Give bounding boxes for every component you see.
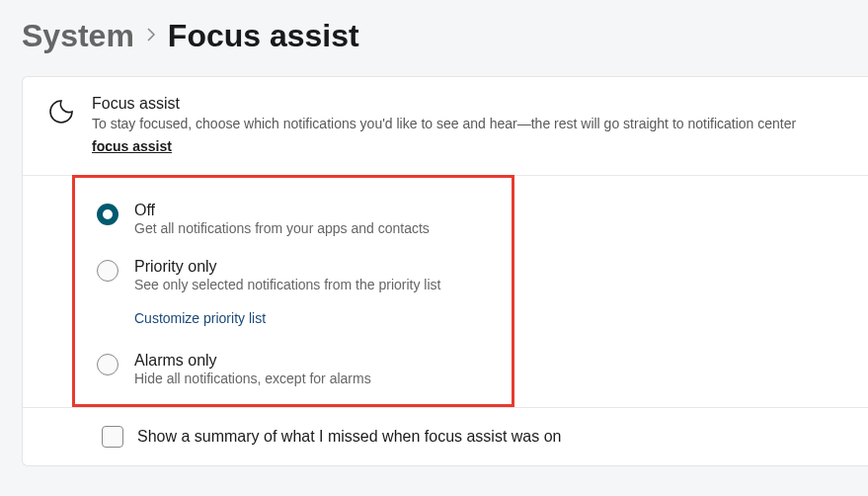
summary-checkbox[interactable] <box>102 426 123 448</box>
breadcrumb: System Focus assist <box>0 0 868 76</box>
card-header: Focus assist To stay focused, choose whi… <box>23 77 868 176</box>
summary-label: Show a summary of what I missed when foc… <box>137 428 562 446</box>
moon-icon <box>48 99 74 124</box>
radio-options-highlight: Off Get all notifications from your apps… <box>72 175 514 407</box>
radio-alarms[interactable] <box>97 354 118 375</box>
radio-alarms-title: Alarms only <box>134 352 371 370</box>
chevron-right-icon <box>146 26 156 46</box>
customize-priority-link[interactable]: Customize priority list <box>134 310 492 326</box>
card-header-text: Focus assist To stay focused, choose whi… <box>92 95 796 155</box>
breadcrumb-parent[interactable]: System <box>22 18 134 54</box>
radio-priority-desc: See only selected notifications from the… <box>134 277 440 292</box>
radio-option-off[interactable]: Off Get all notifications from your apps… <box>97 194 492 250</box>
page-title: Focus assist <box>168 18 359 54</box>
focus-assist-card: Focus assist To stay focused, choose whi… <box>22 76 868 466</box>
card-title: Focus assist <box>92 95 796 113</box>
radio-off-title: Off <box>134 202 430 219</box>
radio-option-alarms[interactable]: Alarms only Hide all notifications, exce… <box>97 344 492 386</box>
card-description: To stay focused, choose which notificati… <box>92 115 796 134</box>
radio-off-desc: Get all notifications from your apps and… <box>134 220 430 236</box>
focus-assist-link[interactable]: focus assist <box>92 138 172 154</box>
radio-off-text: Off Get all notifications from your apps… <box>134 202 430 236</box>
radio-option-priority[interactable]: Priority only See only selected notifica… <box>97 250 492 306</box>
radio-priority[interactable] <box>97 260 118 282</box>
summary-row: Show a summary of what I missed when foc… <box>23 407 868 465</box>
radio-alarms-desc: Hide all notifications, except for alarm… <box>134 371 371 386</box>
radio-off[interactable] <box>97 204 118 225</box>
radio-priority-text: Priority only See only selected notifica… <box>134 258 440 292</box>
radio-alarms-text: Alarms only Hide all notifications, exce… <box>134 352 371 386</box>
radio-priority-title: Priority only <box>134 258 440 276</box>
